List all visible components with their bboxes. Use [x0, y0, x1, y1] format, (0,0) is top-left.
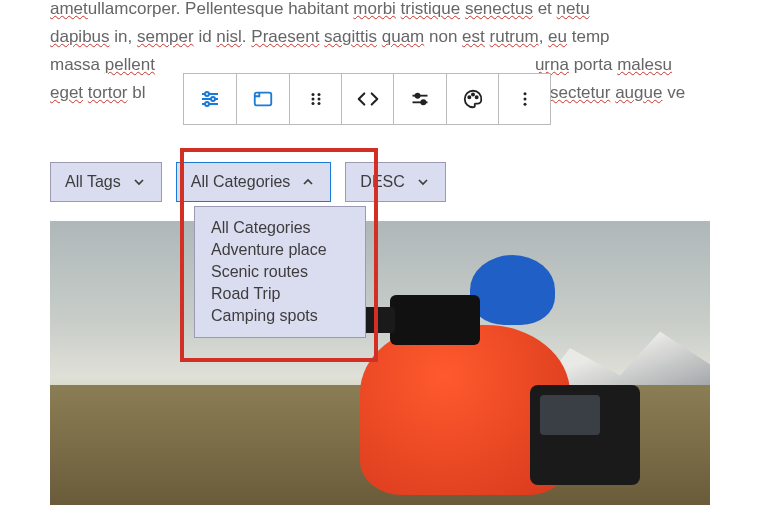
svg-point-5 [205, 102, 209, 106]
svg-rect-6 [255, 93, 272, 106]
category-option[interactable]: Scenic routes [207, 261, 353, 283]
svg-point-4 [211, 97, 215, 101]
category-option[interactable]: Road Trip [207, 283, 353, 305]
category-option[interactable]: Adventure place [207, 239, 353, 261]
category-option[interactable]: Camping spots [207, 305, 353, 327]
svg-point-18 [471, 93, 473, 95]
more-options-icon[interactable] [498, 74, 550, 124]
svg-point-17 [468, 96, 470, 98]
sort-filter[interactable]: DESC [345, 162, 445, 202]
svg-point-7 [311, 93, 314, 96]
block-toolbar [183, 73, 551, 125]
categories-filter-label: All Categories [191, 173, 291, 191]
svg-point-8 [317, 93, 320, 96]
svg-point-19 [475, 96, 477, 98]
post-image[interactable] [50, 221, 710, 505]
tags-filter[interactable]: All Tags [50, 162, 162, 202]
tags-filter-label: All Tags [65, 173, 121, 191]
move-arrows-icon[interactable] [341, 74, 393, 124]
svg-point-22 [523, 103, 526, 106]
category-option[interactable]: All Categories [207, 217, 353, 239]
chevron-down-icon [131, 174, 147, 190]
svg-point-12 [317, 102, 320, 105]
palette-icon[interactable] [446, 74, 498, 124]
svg-point-20 [523, 92, 526, 95]
block-type-icon[interactable] [237, 74, 289, 124]
svg-point-15 [415, 94, 419, 98]
svg-point-16 [421, 100, 425, 104]
filter-bar: All Tags All Categories DESC [50, 162, 446, 202]
svg-point-21 [523, 98, 526, 101]
drag-handle-icon[interactable] [289, 74, 341, 124]
chevron-down-icon [415, 174, 431, 190]
categories-filter[interactable]: All Categories [176, 162, 332, 202]
svg-point-11 [311, 102, 314, 105]
svg-point-3 [205, 92, 209, 96]
chevron-up-icon [300, 174, 316, 190]
svg-point-9 [311, 98, 314, 101]
settings-icon[interactable] [184, 74, 236, 124]
svg-point-10 [317, 98, 320, 101]
filter-sliders-icon[interactable] [394, 74, 446, 124]
categories-dropdown: All Categories Adventure place Scenic ro… [194, 206, 366, 338]
sort-filter-label: DESC [360, 173, 404, 191]
